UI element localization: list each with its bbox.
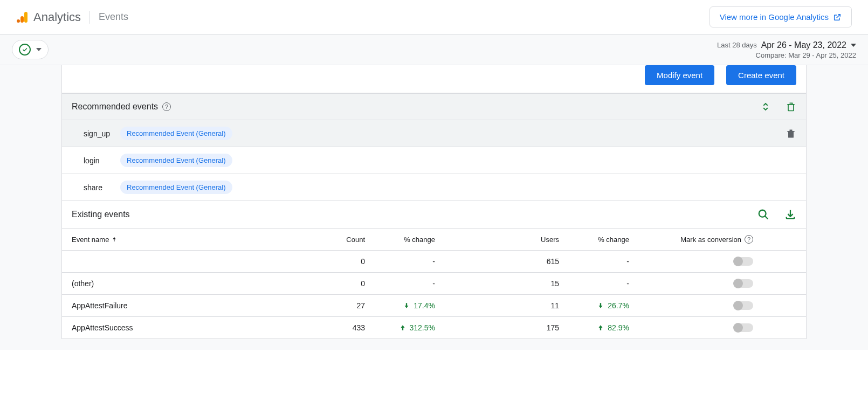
brand-text: Analytics [33, 10, 81, 24]
conversion-toggle[interactable] [734, 301, 753, 310]
top-header: Analytics Events View more in Google Ana… [0, 0, 868, 34]
cell-conv [645, 323, 796, 332]
create-event-button[interactable]: Create event [726, 65, 796, 85]
cell-change2: 82.9% [559, 323, 645, 332]
rec-event-name: share [84, 183, 111, 192]
cell-users: 11 [451, 301, 559, 310]
caret-down-icon [851, 44, 856, 47]
svg-rect-4 [114, 239, 115, 242]
arrow-up-icon [399, 324, 407, 331]
cell-change2: - [559, 257, 645, 266]
rec-chip: Recommended Event (General) [120, 127, 232, 140]
delete-all-button[interactable] [786, 101, 796, 112]
cell-users: 615 [451, 257, 559, 266]
cell-users: 15 [451, 279, 559, 288]
divider [89, 11, 90, 24]
recommended-row[interactable]: loginRecommended Event (General) [62, 147, 806, 174]
cell-count: 0 [300, 279, 365, 288]
col-name-label: Event name [72, 236, 109, 244]
arrow-down-icon [403, 302, 410, 309]
delete-row-button[interactable] [786, 128, 796, 139]
cell-change1: - [365, 257, 451, 266]
table-header-row: Event name Count % change Users % change… [62, 228, 806, 250]
date-block[interactable]: Last 28 days Apr 26 - May 23, 2022 Compa… [717, 40, 856, 59]
action-row: Modify event Create event [61, 65, 807, 93]
modify-event-button[interactable]: Modify event [645, 65, 714, 85]
trash-icon [786, 101, 796, 112]
recommended-row[interactable]: sign_upRecommended Event (General) [62, 120, 806, 147]
table-row[interactable]: AppAttestFailure2717.4%1126.7% [62, 294, 806, 316]
svg-rect-0 [24, 12, 27, 23]
download-icon [784, 209, 796, 220]
view-more-label: View more in Google Analytics [720, 12, 829, 22]
rec-chip: Recommended Event (General) [120, 181, 232, 194]
svg-point-3 [759, 210, 766, 217]
cell-count: 433 [300, 323, 365, 332]
cell-count: 27 [300, 301, 365, 310]
col-header-change2[interactable]: % change [559, 236, 645, 244]
analytics-logo-icon [16, 11, 29, 24]
caret-down-icon [36, 48, 42, 51]
check-circle-icon [19, 44, 31, 56]
cell-name: AppAttestSuccess [72, 323, 300, 332]
sort-asc-icon [111, 236, 118, 243]
header-left: Analytics Events [16, 10, 128, 24]
rec-event-name: sign_up [84, 129, 111, 138]
cell-change2: - [559, 279, 645, 288]
main-panel: Recommended events ? sign_upRecommended … [61, 93, 807, 339]
logo-wrap: Analytics [16, 10, 81, 24]
svg-rect-1 [20, 16, 24, 23]
cell-name: (other) [72, 279, 300, 288]
col-header-change1[interactable]: % change [365, 236, 451, 244]
rec-event-name: login [84, 156, 111, 165]
expand-collapse-button[interactable] [761, 102, 770, 112]
rec-chip: Recommended Event (General) [120, 154, 232, 167]
recommended-rows: sign_upRecommended Event (General)loginR… [62, 120, 806, 200]
date-label: Last 28 days [717, 41, 757, 49]
existing-title: Existing events [72, 210, 130, 219]
svg-point-2 [17, 19, 20, 23]
help-icon[interactable]: ? [162, 102, 171, 111]
external-link-icon [833, 13, 842, 22]
search-button[interactable] [757, 209, 769, 220]
cell-conv [645, 301, 796, 310]
search-icon [757, 209, 769, 220]
col-header-name[interactable]: Event name [72, 236, 300, 244]
recommended-header: Recommended events ? [62, 93, 806, 120]
page-title: Events [99, 11, 128, 23]
arrow-up-icon [597, 324, 604, 331]
table-row[interactable]: 0-615- [62, 250, 806, 272]
date-range: Apr 26 - May 23, 2022 [761, 40, 846, 50]
cell-conv [645, 279, 796, 288]
recommended-row[interactable]: shareRecommended Event (General) [62, 174, 806, 200]
compare-line: Compare: Mar 29 - Apr 25, 2022 [717, 51, 856, 59]
table-row[interactable]: AppAttestSuccess433312.5%17582.9% [62, 316, 806, 338]
recommended-title: Recommended events [72, 102, 158, 112]
existing-actions [757, 209, 796, 220]
conversion-toggle[interactable] [734, 257, 753, 266]
view-more-button[interactable]: View more in Google Analytics [709, 6, 852, 27]
cell-count: 0 [300, 257, 365, 266]
col-header-users[interactable]: Users [451, 236, 559, 244]
col-header-count[interactable]: Count [300, 236, 365, 244]
col-conv-label: Mark as conversion [680, 236, 741, 244]
col-header-conv: Mark as conversion ? [645, 235, 796, 244]
cell-change1: - [365, 279, 451, 288]
cell-change1: 17.4% [365, 301, 451, 310]
existing-header: Existing events [62, 200, 806, 228]
trash-icon [786, 128, 796, 139]
cell-change2: 26.7% [559, 301, 645, 310]
table-row[interactable]: (other)0-15- [62, 272, 806, 294]
subheader: Last 28 days Apr 26 - May 23, 2022 Compa… [0, 34, 868, 65]
status-filter-pill[interactable] [12, 40, 49, 59]
cell-change1: 312.5% [365, 323, 451, 332]
rec-left: shareRecommended Event (General) [84, 181, 232, 194]
arrow-down-icon [597, 302, 604, 309]
help-icon[interactable]: ? [745, 235, 753, 244]
table-rows: 0-615-(other)0-15-AppAttestFailure2717.4… [62, 250, 806, 338]
download-button[interactable] [784, 209, 796, 220]
conversion-toggle[interactable] [734, 279, 753, 288]
cell-name: AppAttestFailure [72, 301, 300, 310]
cell-conv [645, 257, 796, 266]
conversion-toggle[interactable] [734, 323, 753, 332]
